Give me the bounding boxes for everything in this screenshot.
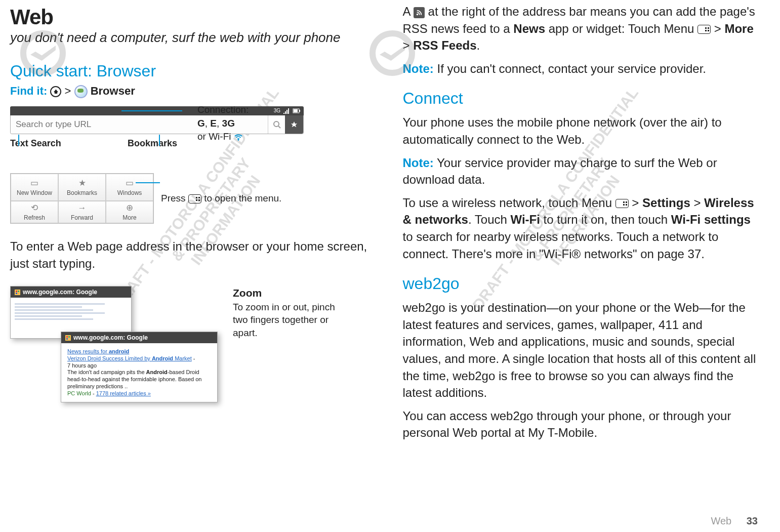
rss-paragraph: A at the right of the address bar means …	[403, 3, 760, 54]
rss-icon	[414, 7, 425, 18]
separator: >	[65, 85, 71, 97]
news-snippet: News results for android Verizon Droid S…	[61, 343, 217, 402]
conn-g: G	[197, 118, 205, 129]
note-charge: Note: Your service provider may charge t…	[403, 154, 760, 188]
bookmarks-button[interactable]	[285, 115, 303, 134]
svg-rect-8	[18, 291, 19, 292]
menu-new-window[interactable]: ▭New Window	[11, 174, 58, 201]
footer-section: Web	[711, 515, 731, 526]
callout-line	[121, 110, 182, 111]
placeholder-line	[15, 309, 93, 311]
battery-icon	[293, 107, 301, 115]
callout-line	[159, 135, 160, 146]
signal-icon	[282, 107, 291, 115]
find-it-path: Find it: > Browser	[10, 85, 367, 98]
zoom-body: To zoom in or out, pinch two fingers tog…	[233, 301, 339, 340]
find-it-label: Find it:	[10, 85, 47, 97]
svg-point-5	[237, 139, 239, 141]
callout-line	[136, 182, 160, 183]
callout-line	[18, 135, 19, 146]
svg-line-4	[278, 126, 280, 128]
url-bar-illustration: 3G Connection: G, E,	[10, 106, 304, 149]
svg-rect-13	[68, 336, 70, 338]
page-number: 33	[747, 515, 758, 526]
page-title: Web	[10, 5, 367, 29]
wifi-icon	[234, 133, 243, 142]
placeholder-line	[15, 306, 82, 308]
window-title: www.google.com: Google	[73, 334, 148, 341]
svg-point-16	[417, 13, 419, 15]
svg-rect-15	[68, 338, 70, 340]
wireless-paragraph: To use a wireless network, touch Menu > …	[403, 194, 760, 262]
svg-rect-14	[66, 338, 68, 340]
menu-key-icon	[188, 194, 201, 203]
svg-rect-1	[299, 110, 300, 112]
section-connect: Connect	[403, 89, 760, 108]
status-3g-icon: 3G	[274, 108, 280, 113]
svg-rect-12	[66, 336, 68, 338]
svg-rect-2	[294, 109, 298, 112]
browser-app-name: Browser	[91, 85, 135, 97]
menu-forward[interactable]: →Forward	[58, 201, 106, 223]
placeholder-line	[15, 312, 105, 314]
menu-refresh[interactable]: ⟲Refresh	[11, 201, 58, 223]
menu-bookmarks[interactable]: ★Bookmarks	[58, 174, 106, 201]
svg-point-3	[274, 121, 279, 127]
svg-rect-10	[18, 293, 19, 294]
web2go-p2: You can access web2go through your phone…	[403, 407, 760, 441]
menu-windows[interactable]: ▭Windows	[106, 174, 153, 201]
browser-globe-icon	[74, 85, 88, 98]
zoom-title: Zoom	[233, 286, 339, 300]
placeholder-line	[15, 303, 105, 305]
window-title: www.google.com: Google	[23, 289, 97, 296]
placeholder-line	[15, 318, 93, 320]
menu-callout: Press to open the menu.	[161, 192, 281, 206]
conn-e: E	[210, 118, 217, 129]
connection-label: Connection:	[197, 103, 249, 117]
section-quick-start: Quick start: Browser	[10, 62, 367, 80]
page-footer: Web 33	[711, 515, 758, 527]
conn-or-wifi: or Wi-Fi	[197, 131, 231, 142]
section-web2go: web2go	[403, 274, 760, 293]
svg-rect-6	[15, 290, 20, 295]
svg-rect-9	[16, 293, 17, 294]
svg-rect-7	[16, 291, 17, 292]
zoom-callout: Zoom To zoom in or out, pinch two finger…	[233, 286, 339, 339]
search-icon[interactable]	[268, 115, 285, 134]
placeholder-line	[15, 315, 82, 317]
enter-address-text: To enter a Web page address in the brows…	[10, 238, 367, 272]
browser-menu: ▭New Window ★Bookmarks ▭Windows ⟲Refresh…	[10, 173, 154, 224]
web2go-p1: web2go is your destination—on your phone…	[403, 299, 760, 401]
page-subtitle: you don't need a computer, surf the web …	[10, 29, 367, 47]
svg-rect-11	[65, 335, 71, 341]
note-connect: Note: If you can't connect, contact your…	[403, 60, 760, 77]
browser-window-small: www.google.com: Google	[10, 286, 132, 339]
page-favicon-icon	[15, 290, 20, 295]
bookmarks-label: Bookmarks	[128, 138, 177, 149]
conn-3g: 3G	[222, 118, 235, 129]
page-favicon-icon	[65, 335, 71, 341]
menu-key-icon	[697, 25, 711, 34]
menu-more[interactable]: ⊕More	[106, 201, 153, 223]
menu-key-icon	[615, 199, 629, 208]
home-icon	[50, 86, 61, 97]
connect-p1: Your phone uses the mobile phone network…	[403, 114, 760, 148]
connection-callout: Connection: G, E, 3G or Wi-Fi	[197, 103, 249, 144]
browser-window-large: www.google.com: Google News results for …	[61, 332, 218, 402]
